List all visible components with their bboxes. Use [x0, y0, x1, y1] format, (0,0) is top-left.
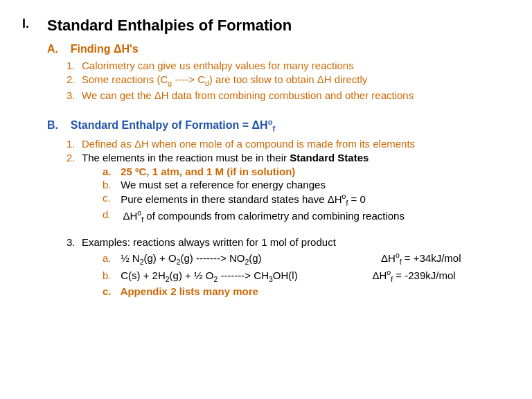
react-c-label: c.	[103, 285, 118, 297]
sub-a-text: 25 ºC, 1 atm, and 1 M (if in solution)	[118, 166, 295, 177]
section-b-heading-text: Standard Enthalpy of Formation = ΔH	[71, 119, 268, 131]
reaction-c: c. Appendix 2 lists many more	[103, 285, 510, 297]
sub-d-text: ΔHof of compounds from calorimetry and c…	[118, 209, 405, 224]
section-a-heading: Finding ΔH's	[71, 43, 139, 55]
sub-d: d	[205, 79, 209, 87]
section-b-heading: Standard Enthalpy of Formation = ΔHof	[71, 119, 275, 131]
section-b-item-2: 2. The elements in the reaction must be …	[66, 152, 510, 163]
sub-b-text: We must set a reference for energy chang…	[118, 179, 326, 190]
sub-f-c: f	[346, 199, 348, 207]
num-3: 3.	[66, 89, 82, 101]
section-b: B. Standard Enthalpy of Formation = ΔHof…	[47, 118, 510, 297]
section-a-item-1: 1. Calorimetry can give us enthalpy valu…	[66, 60, 510, 71]
react-b-label: b.	[103, 269, 118, 281]
section-b-item-3: 3. Examples: reactions always written fo…	[66, 236, 510, 248]
section-b-letter: B.	[47, 119, 58, 131]
b-item-2-text: The elements in the reaction must be in …	[82, 152, 369, 163]
section-a-list: 1. Calorimetry can give us enthalpy valu…	[66, 60, 510, 101]
sub-b-label: b.	[103, 179, 118, 190]
sub-a-label: a.	[103, 166, 118, 177]
sub-f-d: f	[141, 215, 143, 224]
reactions-list: a. ½ N2(g) + O2(g) -------> NO2(g) ΔHof …	[103, 251, 510, 297]
react-a-label: a.	[103, 252, 118, 264]
item-1-text: Calorimetry can give us enthalpy values …	[82, 60, 354, 71]
sub-no2: 2	[245, 258, 249, 266]
reaction-b: b. C(s) + 2H2(g) + ½ O2 -------> CH3OH(l…	[103, 268, 510, 283]
section-a-item-2: 2. Some reactions (Cg ----> Cd) are too …	[66, 73, 510, 87]
react-a-eq: ½ N2(g) + O2(g) -------> NO2(g)	[118, 252, 367, 266]
page-title: Standard Enthalpies of Formation	[47, 17, 292, 35]
b-item-3-text: Examples: reactions always written for 1…	[82, 236, 336, 248]
standard-states-bold: Standard States	[290, 152, 369, 163]
sub-g: g	[168, 79, 172, 87]
sub-c-label: c.	[103, 192, 118, 204]
react-c-text: Appendix 2 lists many more	[118, 285, 367, 297]
sub-c-text: Pure elements in there standard states h…	[118, 192, 366, 207]
b2-subitem-a: a. 25 ºC, 1 atm, and 1 M (if in solution…	[103, 166, 510, 177]
reaction-a: a. ½ N2(g) + O2(g) -------> NO2(g) ΔHof …	[103, 251, 510, 266]
b2-subitems: a. 25 ºC, 1 atm, and 1 M (if in solution…	[103, 166, 510, 224]
b2-subitem-b: b. We must set a reference for energy ch…	[103, 179, 510, 190]
sub-f-b-r: f	[391, 275, 393, 283]
b2-subitem-c: c. Pure elements in there standard state…	[103, 192, 510, 207]
b-num-3: 3.	[66, 236, 82, 248]
section-a-letter: A.	[47, 43, 58, 55]
section-b-label: B. Standard Enthalpy of Formation = ΔHof	[47, 118, 510, 134]
num-2: 2.	[66, 73, 82, 85]
section-a-label: A. Finding ΔH's	[47, 43, 510, 55]
b-num-1: 1.	[66, 138, 82, 150]
section-b-item-1: 1. Defined as ΔH when one mole of a comp…	[66, 138, 510, 150]
b-num-2: 2.	[66, 152, 82, 163]
react-b-dh: ΔHof = -239kJ/mol	[367, 268, 456, 283]
section-heading: I. Standard Enthalpies of Formation	[22, 17, 510, 35]
appendix-bold: Appendix 2 lists many more	[121, 285, 258, 297]
react-a-dh: ΔHof = +34kJ/mol	[367, 251, 461, 266]
item-2-text: Some reactions (Cg ----> Cd) are too slo…	[82, 73, 367, 87]
react-b-eq: C(s) + 2H2(g) + ½ O2 -------> CH3OH(l)	[118, 269, 367, 283]
b-item-1-text: Defined as ΔH when one mole of a compoun…	[82, 138, 415, 150]
section-a: A. Finding ΔH's 1. Calorimetry can give …	[47, 43, 510, 101]
section-b-list: 1. Defined as ΔH when one mole of a comp…	[66, 138, 510, 297]
b2-subitem-d: d. ΔHof of compounds from calorimetry an…	[103, 209, 510, 224]
section-a-item-3: 3. We can get the ΔH data from combining…	[66, 89, 510, 101]
main-content: I. Standard Enthalpies of Formation A. F…	[22, 17, 510, 297]
roman-numeral: I.	[22, 17, 47, 31]
sub-o2: 2	[177, 258, 181, 266]
sub-n2: 2	[140, 258, 144, 266]
item-3-text: We can get the ΔH data from combining co…	[82, 89, 414, 101]
num-1: 1.	[66, 60, 82, 71]
sub-ch3: 3	[269, 275, 273, 283]
sub-d-label: d.	[103, 209, 118, 220]
sub-f-a-r: f	[400, 258, 402, 266]
heading-sub: f	[272, 125, 275, 134]
sub-o2-b: 2	[213, 275, 218, 283]
sub-h2: 2	[166, 275, 170, 283]
